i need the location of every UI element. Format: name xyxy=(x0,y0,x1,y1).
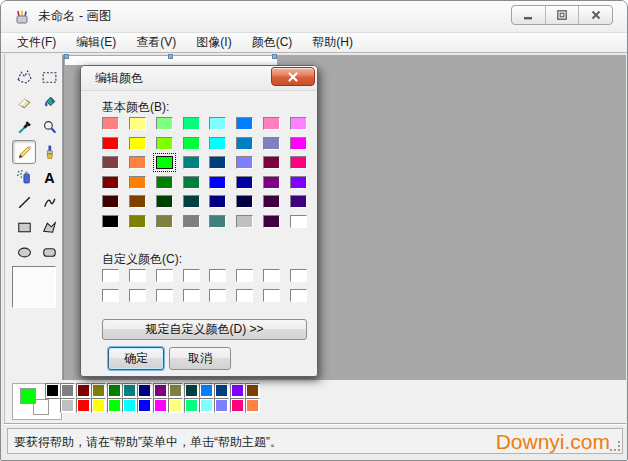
menu-item-help[interactable]: 帮助(H) xyxy=(302,32,363,53)
dialog-close-button[interactable] xyxy=(271,67,315,86)
palette-color-swatch[interactable] xyxy=(199,398,214,413)
basic-color-swatch[interactable] xyxy=(236,156,253,169)
basic-color-swatch[interactable] xyxy=(290,195,307,208)
tool-select[interactable] xyxy=(37,65,61,89)
palette-color-swatch[interactable] xyxy=(245,398,260,413)
custom-color-swatch[interactable] xyxy=(236,289,253,302)
palette-color-swatch[interactable] xyxy=(199,383,214,398)
palette-color-swatch[interactable] xyxy=(168,398,183,413)
palette-color-swatch[interactable] xyxy=(137,398,152,413)
custom-color-swatch[interactable] xyxy=(209,269,226,282)
menu-item-edit[interactable]: 编辑(E) xyxy=(66,32,126,53)
basic-color-swatch[interactable] xyxy=(209,195,226,208)
custom-color-swatch[interactable] xyxy=(156,269,173,282)
basic-color-swatch[interactable] xyxy=(183,156,200,169)
basic-color-swatch[interactable] xyxy=(263,195,280,208)
palette-color-swatch[interactable] xyxy=(60,383,75,398)
tool-magnifier[interactable] xyxy=(37,115,61,139)
tool-pencil[interactable] xyxy=(12,140,36,164)
basic-color-swatch[interactable] xyxy=(209,137,226,150)
menu-item-image[interactable]: 图像(I) xyxy=(186,32,241,53)
palette-color-swatch[interactable] xyxy=(137,383,152,398)
tool-brush[interactable] xyxy=(37,140,61,164)
basic-color-swatch[interactable] xyxy=(102,156,119,169)
basic-color-swatch[interactable] xyxy=(102,176,119,189)
basic-color-swatch[interactable] xyxy=(263,176,280,189)
basic-color-swatch[interactable] xyxy=(263,215,280,228)
custom-color-swatch[interactable] xyxy=(183,269,200,282)
basic-color-swatch[interactable] xyxy=(129,117,146,130)
palette-color-swatch[interactable] xyxy=(122,398,137,413)
basic-color-swatch[interactable] xyxy=(129,176,146,189)
tool-fill[interactable] xyxy=(37,90,61,114)
basic-color-swatch[interactable] xyxy=(129,156,146,169)
basic-color-swatch[interactable] xyxy=(183,215,200,228)
basic-color-swatch[interactable] xyxy=(290,176,307,189)
basic-color-swatch[interactable] xyxy=(129,215,146,228)
title-bar[interactable]: 未命名 - 画图 xyxy=(1,1,627,32)
ok-button[interactable]: 确定 xyxy=(108,347,164,370)
basic-color-swatch[interactable] xyxy=(102,195,119,208)
basic-color-swatch[interactable] xyxy=(236,117,253,130)
basic-color-swatch[interactable] xyxy=(156,137,173,150)
basic-color-swatch[interactable] xyxy=(102,137,119,150)
tool-polygon[interactable] xyxy=(37,215,61,239)
tool-text[interactable]: A xyxy=(37,165,61,189)
palette-color-swatch[interactable] xyxy=(45,383,60,398)
palette-color-swatch[interactable] xyxy=(122,383,137,398)
basic-color-swatch[interactable] xyxy=(236,137,253,150)
tool-ellipse[interactable] xyxy=(12,240,36,264)
basic-color-swatch[interactable] xyxy=(183,176,200,189)
tool-options-box[interactable] xyxy=(12,266,56,308)
define-custom-colors-button[interactable]: 规定自定义颜色(D) >> xyxy=(102,319,307,340)
palette-color-swatch[interactable] xyxy=(214,398,229,413)
close-button[interactable] xyxy=(578,6,612,24)
palette-color-swatch[interactable] xyxy=(60,398,75,413)
menu-item-colors[interactable]: 颜色(C) xyxy=(242,32,303,53)
palette-color-swatch[interactable] xyxy=(230,398,245,413)
palette-color-swatch[interactable] xyxy=(153,398,168,413)
maximize-button[interactable] xyxy=(545,6,579,24)
basic-color-swatch[interactable] xyxy=(156,176,173,189)
custom-color-swatch[interactable] xyxy=(129,289,146,302)
palette-color-swatch[interactable] xyxy=(107,398,122,413)
palette-color-swatch[interactable] xyxy=(230,383,245,398)
basic-color-swatch[interactable] xyxy=(290,137,307,150)
basic-color-swatch[interactable] xyxy=(290,156,307,169)
canvas-resize-handle[interactable] xyxy=(64,54,69,59)
custom-color-swatch[interactable] xyxy=(129,269,146,282)
basic-color-swatch[interactable] xyxy=(236,195,253,208)
palette-color-swatch[interactable] xyxy=(168,383,183,398)
basic-color-swatch[interactable] xyxy=(263,117,280,130)
custom-color-swatch[interactable] xyxy=(102,269,119,282)
basic-color-swatch[interactable] xyxy=(290,215,307,228)
custom-color-swatch[interactable] xyxy=(209,289,226,302)
custom-color-swatch[interactable] xyxy=(290,289,307,302)
tool-eraser[interactable] xyxy=(12,90,36,114)
tool-rounded-rectangle[interactable] xyxy=(37,240,61,264)
basic-color-swatch[interactable] xyxy=(156,215,173,228)
basic-color-swatch[interactable] xyxy=(209,215,226,228)
basic-color-swatch[interactable] xyxy=(236,176,253,189)
basic-color-swatch[interactable] xyxy=(209,176,226,189)
resize-grip[interactable] xyxy=(610,441,621,452)
custom-color-swatch[interactable] xyxy=(263,269,280,282)
basic-color-swatch[interactable] xyxy=(183,117,200,130)
palette-color-swatch[interactable] xyxy=(76,398,91,413)
basic-color-swatch[interactable] xyxy=(102,117,119,130)
basic-color-swatch[interactable] xyxy=(156,156,173,169)
cancel-button[interactable]: 取消 xyxy=(169,347,231,370)
basic-color-swatch[interactable] xyxy=(290,117,307,130)
canvas[interactable] xyxy=(65,56,277,65)
palette-color-swatch[interactable] xyxy=(107,383,122,398)
canvas-resize-handle[interactable] xyxy=(168,54,173,59)
custom-color-swatch[interactable] xyxy=(236,269,253,282)
palette-color-swatch[interactable] xyxy=(184,383,199,398)
basic-color-swatch[interactable] xyxy=(263,156,280,169)
palette-color-swatch[interactable] xyxy=(91,398,106,413)
custom-color-swatch[interactable] xyxy=(102,289,119,302)
tool-color-picker[interactable] xyxy=(12,115,36,139)
minimize-button[interactable] xyxy=(512,6,545,24)
basic-color-swatch[interactable] xyxy=(209,117,226,130)
menu-item-file[interactable]: 文件(F) xyxy=(7,32,66,53)
